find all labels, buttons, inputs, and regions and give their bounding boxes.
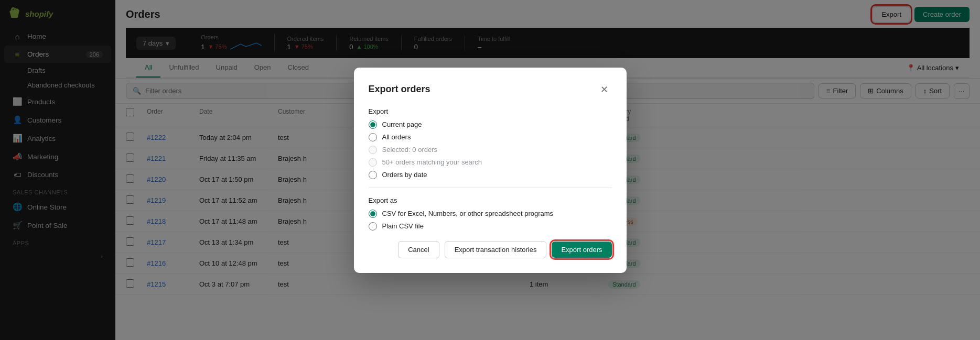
export-all-orders-label: All orders xyxy=(382,133,411,141)
modal-title: Export orders xyxy=(369,84,430,95)
modal-header: Export orders ✕ xyxy=(369,82,612,97)
modal-footer: Cancel Export transaction histories Expo… xyxy=(369,241,612,258)
export-plain-csv-label: Plain CSV file xyxy=(382,222,424,230)
export-csv-excel-radio[interactable] xyxy=(369,210,377,218)
export-selected-label: Selected: 0 orders xyxy=(382,146,438,153)
modal-close-button[interactable]: ✕ xyxy=(597,82,612,97)
export-section-label: Export xyxy=(369,107,612,115)
cancel-button[interactable]: Cancel xyxy=(398,241,439,258)
export-by-date-label: Orders by date xyxy=(382,171,427,179)
export-matching-radio xyxy=(369,158,377,167)
export-option-all-orders[interactable]: All orders xyxy=(369,133,612,141)
export-option-by-date[interactable]: Orders by date xyxy=(369,171,612,179)
export-option-matching: 50+ orders matching your search xyxy=(369,158,612,167)
export-all-orders-radio[interactable] xyxy=(369,133,377,141)
export-option-selected: Selected: 0 orders xyxy=(369,146,612,154)
export-by-date-radio[interactable] xyxy=(369,171,377,179)
export-csv-excel-label: CSV for Excel, Numbers, or other spreads… xyxy=(382,210,554,217)
modal-overlay[interactable]: Export orders ✕ Export Current page All … xyxy=(0,0,980,340)
export-current-page-label: Current page xyxy=(382,120,422,128)
export-as-section-label: Export as xyxy=(369,196,612,204)
export-orders-button[interactable]: Export orders xyxy=(552,242,611,258)
export-matching-label: 50+ orders matching your search xyxy=(382,158,482,166)
export-as-option-csv-excel[interactable]: CSV for Excel, Numbers, or other spreads… xyxy=(369,210,612,218)
export-option-current-page[interactable]: Current page xyxy=(369,120,612,129)
export-histories-button[interactable]: Export transaction histories xyxy=(445,241,547,258)
modal-divider xyxy=(369,188,612,188)
export-current-page-radio[interactable] xyxy=(369,120,377,129)
export-plain-csv-radio[interactable] xyxy=(369,222,377,231)
export-as-option-plain-csv[interactable]: Plain CSV file xyxy=(369,222,612,231)
export-selected-radio xyxy=(369,146,377,154)
export-orders-modal: Export orders ✕ Export Current page All … xyxy=(354,68,627,273)
